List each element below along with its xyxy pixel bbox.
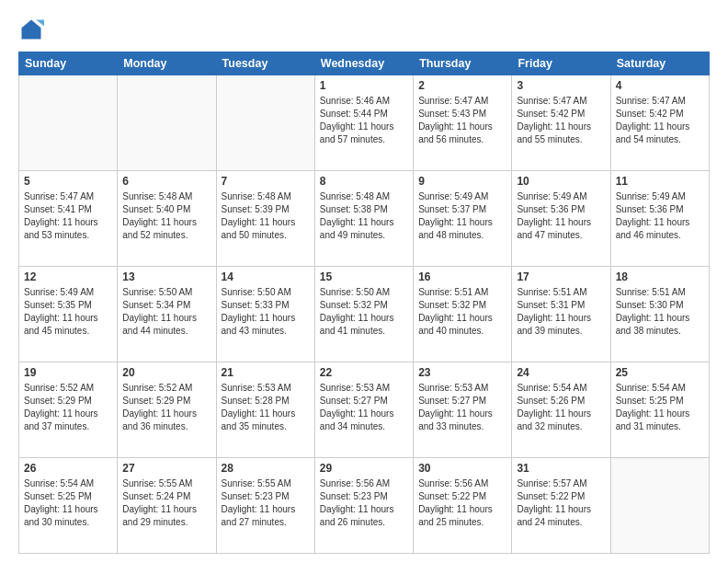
day-number: 15: [320, 270, 408, 283]
day-number: 1: [320, 79, 408, 92]
day-info: Sunrise: 5:56 AM Sunset: 5:22 PM Dayligh…: [418, 477, 506, 529]
day-number: 27: [122, 462, 210, 475]
week-row-2: 12Sunrise: 5:49 AM Sunset: 5:35 PM Dayli…: [19, 267, 710, 362]
day-number: 5: [24, 175, 112, 188]
day-number: 17: [517, 270, 605, 283]
day-info: Sunrise: 5:54 AM Sunset: 5:25 PM Dayligh…: [24, 477, 112, 529]
logo-icon: [18, 17, 44, 42]
calendar-cell: 6Sunrise: 5:48 AM Sunset: 5:40 PM Daylig…: [118, 171, 216, 267]
day-number: 12: [24, 270, 112, 283]
day-number: 4: [616, 79, 704, 92]
calendar-cell: 17Sunrise: 5:51 AM Sunset: 5:31 PM Dayli…: [512, 267, 610, 362]
day-info: Sunrise: 5:51 AM Sunset: 5:32 PM Dayligh…: [418, 286, 506, 338]
day-number: 18: [616, 270, 704, 283]
day-number: 7: [222, 175, 310, 188]
weekday-header-wednesday: Wednesday: [314, 52, 413, 75]
day-info: Sunrise: 5:52 AM Sunset: 5:29 PM Dayligh…: [24, 382, 112, 433]
day-number: 2: [418, 79, 506, 92]
calendar-cell: 1Sunrise: 5:46 AM Sunset: 5:44 PM Daylig…: [314, 75, 413, 171]
calendar-cell: 9Sunrise: 5:49 AM Sunset: 5:37 PM Daylig…: [414, 171, 512, 267]
day-info: Sunrise: 5:46 AM Sunset: 5:44 PM Dayligh…: [320, 95, 408, 146]
day-number: 19: [24, 366, 112, 379]
day-info: Sunrise: 5:50 AM Sunset: 5:32 PM Dayligh…: [320, 286, 408, 338]
week-row-4: 26Sunrise: 5:54 AM Sunset: 5:25 PM Dayli…: [19, 458, 710, 554]
calendar-cell: 5Sunrise: 5:47 AM Sunset: 5:41 PM Daylig…: [19, 171, 118, 267]
day-number: 28: [222, 462, 310, 475]
day-info: Sunrise: 5:49 AM Sunset: 5:35 PM Dayligh…: [24, 286, 112, 338]
day-number: 9: [418, 175, 506, 188]
week-row-3: 19Sunrise: 5:52 AM Sunset: 5:29 PM Dayli…: [19, 362, 710, 458]
day-number: 31: [517, 462, 605, 475]
calendar-cell: 4Sunrise: 5:47 AM Sunset: 5:42 PM Daylig…: [610, 75, 709, 171]
day-number: 30: [418, 462, 506, 475]
day-info: Sunrise: 5:55 AM Sunset: 5:24 PM Dayligh…: [122, 477, 210, 529]
day-number: 11: [616, 175, 704, 188]
calendar-cell: [216, 75, 314, 171]
calendar-cell: 13Sunrise: 5:50 AM Sunset: 5:34 PM Dayli…: [118, 267, 216, 362]
day-number: 25: [616, 366, 704, 379]
calendar-cell: 28Sunrise: 5:55 AM Sunset: 5:23 PM Dayli…: [216, 458, 314, 554]
day-info: Sunrise: 5:53 AM Sunset: 5:28 PM Dayligh…: [222, 382, 310, 433]
day-info: Sunrise: 5:53 AM Sunset: 5:27 PM Dayligh…: [418, 382, 506, 433]
day-info: Sunrise: 5:57 AM Sunset: 5:22 PM Dayligh…: [517, 477, 605, 529]
weekday-header-row: SundayMondayTuesdayWednesdayThursdayFrid…: [19, 52, 710, 75]
day-info: Sunrise: 5:53 AM Sunset: 5:27 PM Dayligh…: [320, 382, 408, 433]
day-info: Sunrise: 5:56 AM Sunset: 5:23 PM Dayligh…: [320, 477, 408, 529]
calendar-cell: [610, 458, 709, 554]
week-row-1: 5Sunrise: 5:47 AM Sunset: 5:41 PM Daylig…: [19, 171, 710, 267]
day-info: Sunrise: 5:50 AM Sunset: 5:34 PM Dayligh…: [122, 286, 210, 338]
weekday-header-monday: Monday: [118, 52, 216, 75]
week-row-0: 1Sunrise: 5:46 AM Sunset: 5:44 PM Daylig…: [19, 75, 710, 171]
header: [18, 17, 710, 42]
day-number: 13: [122, 270, 210, 283]
calendar-cell: 3Sunrise: 5:47 AM Sunset: 5:42 PM Daylig…: [512, 75, 610, 171]
svg-marker-0: [22, 20, 41, 40]
weekday-header-saturday: Saturday: [610, 52, 709, 75]
weekday-header-thursday: Thursday: [414, 52, 512, 75]
calendar-cell: 30Sunrise: 5:56 AM Sunset: 5:22 PM Dayli…: [414, 458, 512, 554]
day-number: 8: [320, 175, 408, 188]
calendar-cell: 16Sunrise: 5:51 AM Sunset: 5:32 PM Dayli…: [414, 267, 512, 362]
weekday-header-tuesday: Tuesday: [216, 52, 314, 75]
calendar-cell: 8Sunrise: 5:48 AM Sunset: 5:38 PM Daylig…: [314, 171, 413, 267]
day-info: Sunrise: 5:54 AM Sunset: 5:26 PM Dayligh…: [517, 382, 605, 433]
day-info: Sunrise: 5:48 AM Sunset: 5:38 PM Dayligh…: [320, 190, 408, 242]
calendar-cell: 18Sunrise: 5:51 AM Sunset: 5:30 PM Dayli…: [610, 267, 709, 362]
day-number: 14: [222, 270, 310, 283]
day-info: Sunrise: 5:51 AM Sunset: 5:31 PM Dayligh…: [517, 286, 605, 338]
day-number: 20: [122, 366, 210, 379]
calendar-cell: 10Sunrise: 5:49 AM Sunset: 5:36 PM Dayli…: [512, 171, 610, 267]
calendar-cell: [118, 75, 216, 171]
calendar-cell: 24Sunrise: 5:54 AM Sunset: 5:26 PM Dayli…: [512, 362, 610, 458]
day-info: Sunrise: 5:51 AM Sunset: 5:30 PM Dayligh…: [616, 286, 704, 338]
calendar-cell: 27Sunrise: 5:55 AM Sunset: 5:24 PM Dayli…: [118, 458, 216, 554]
day-number: 23: [418, 366, 506, 379]
day-info: Sunrise: 5:49 AM Sunset: 5:36 PM Dayligh…: [616, 190, 704, 242]
calendar-cell: 25Sunrise: 5:54 AM Sunset: 5:25 PM Dayli…: [610, 362, 709, 458]
day-info: Sunrise: 5:47 AM Sunset: 5:41 PM Dayligh…: [24, 190, 112, 242]
weekday-header-friday: Friday: [512, 52, 610, 75]
day-number: 10: [517, 175, 605, 188]
calendar-cell: 14Sunrise: 5:50 AM Sunset: 5:33 PM Dayli…: [216, 267, 314, 362]
day-info: Sunrise: 5:47 AM Sunset: 5:43 PM Dayligh…: [418, 95, 506, 146]
day-info: Sunrise: 5:49 AM Sunset: 5:36 PM Dayligh…: [517, 190, 605, 242]
calendar-cell: 15Sunrise: 5:50 AM Sunset: 5:32 PM Dayli…: [314, 267, 413, 362]
day-info: Sunrise: 5:50 AM Sunset: 5:33 PM Dayligh…: [222, 286, 310, 338]
day-number: 3: [517, 79, 605, 92]
day-info: Sunrise: 5:54 AM Sunset: 5:25 PM Dayligh…: [616, 382, 704, 433]
logo: [18, 17, 48, 42]
day-number: 6: [122, 175, 210, 188]
calendar-cell: 22Sunrise: 5:53 AM Sunset: 5:27 PM Dayli…: [314, 362, 413, 458]
day-info: Sunrise: 5:47 AM Sunset: 5:42 PM Dayligh…: [517, 95, 605, 146]
day-number: 26: [24, 462, 112, 475]
calendar-cell: 19Sunrise: 5:52 AM Sunset: 5:29 PM Dayli…: [19, 362, 118, 458]
page: SundayMondayTuesdayWednesdayThursdayFrid…: [0, 0, 728, 563]
day-number: 29: [320, 462, 408, 475]
calendar-cell: 2Sunrise: 5:47 AM Sunset: 5:43 PM Daylig…: [414, 75, 512, 171]
calendar-cell: 31Sunrise: 5:57 AM Sunset: 5:22 PM Dayli…: [512, 458, 610, 554]
day-number: 24: [517, 366, 605, 379]
day-info: Sunrise: 5:55 AM Sunset: 5:23 PM Dayligh…: [222, 477, 310, 529]
day-info: Sunrise: 5:48 AM Sunset: 5:39 PM Dayligh…: [222, 190, 310, 242]
day-number: 21: [222, 366, 310, 379]
day-info: Sunrise: 5:47 AM Sunset: 5:42 PM Dayligh…: [616, 95, 704, 146]
